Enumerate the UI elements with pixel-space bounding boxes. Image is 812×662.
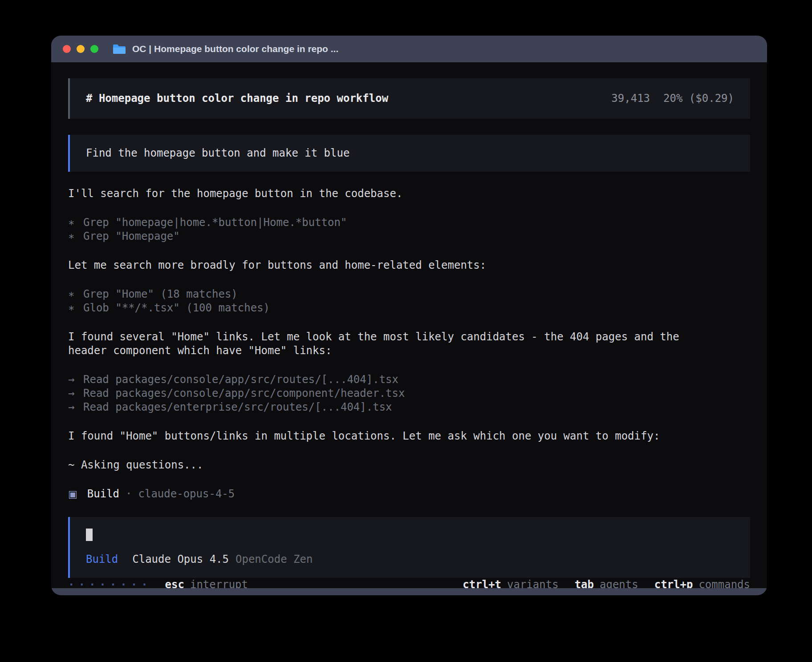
tool-call-text: Read packages/console/app/src/component/…	[83, 387, 405, 400]
ctrl-p-key: ctrl+p	[654, 578, 693, 588]
traffic-lights	[63, 45, 98, 53]
session-stats: 39,413 20% ($0.29)	[611, 92, 734, 105]
esc-key: esc	[165, 578, 184, 588]
shortcut-agents: tab agents	[575, 578, 638, 588]
model-label[interactable]: Claude Opus 4.5	[132, 553, 229, 566]
tool-call-text: Read packages/console/app/src/routes/[..…	[83, 373, 398, 386]
terminal-window: OC | Homepage button color change in rep…	[51, 36, 767, 595]
read-arrow-icon: →	[68, 387, 83, 400]
variants-label: variants	[507, 578, 559, 588]
tool-call-line: →Read packages/enterprise/src/routes/[..…	[68, 400, 750, 414]
agent-square-icon: ▣	[68, 487, 77, 501]
assistant-paragraph: I found several "Home" links. Let me loo…	[68, 330, 700, 358]
read-arrow-icon: →	[68, 373, 83, 387]
user-message: Find the homepage button and make it blu…	[68, 135, 750, 172]
agent-status-line: ▣ Build · claude-opus-4-5	[68, 487, 750, 501]
tab-key: tab	[575, 578, 594, 588]
window-titlebar[interactable]: OC | Homepage button color change in rep…	[51, 36, 767, 62]
tool-call-line: →Read packages/console/app/src/component…	[68, 387, 750, 400]
tool-call-line: ∗Grep "homepage|home.*button|Home.*butto…	[68, 216, 750, 230]
zoom-button[interactable]	[90, 45, 98, 53]
spinner-dots-icon: ········	[68, 578, 152, 588]
provider-label: OpenCode Zen	[235, 553, 313, 566]
esc-label: interrupt	[190, 578, 248, 588]
read-arrow-icon: →	[68, 400, 83, 414]
assistant-paragraph: Let me search more broadly for buttons a…	[68, 258, 700, 272]
agent-model: claude-opus-4-5	[138, 487, 235, 501]
grep-tool-icon: ∗	[68, 216, 83, 230]
token-count: 39,413	[611, 92, 650, 105]
shortcut-group: ctrl+t variants tab agents ctrl+p comman…	[463, 578, 750, 588]
tool-call-line: ∗Grep "Homepage"	[68, 230, 750, 243]
shortcut-commands: ctrl+p commands	[654, 578, 750, 588]
shortcut-variants: ctrl+t variants	[463, 578, 558, 588]
agent-separator: ·	[126, 487, 132, 501]
session-header: # Homepage button color change in repo w…	[68, 78, 750, 119]
tool-call-text: Read packages/enterprise/src/routes/[...…	[83, 401, 392, 413]
status-bar: ········ esc interrupt ctrl+t variants t…	[68, 578, 750, 588]
ctrl-t-key: ctrl+t	[463, 578, 501, 588]
agents-label: agents	[600, 578, 638, 588]
minimize-button[interactable]	[77, 45, 85, 53]
prompt-input[interactable]: Build Claude Opus 4.5 OpenCode Zen	[68, 517, 750, 578]
commands-label: commands	[698, 578, 750, 588]
window-title: OC | Homepage button color change in rep…	[132, 44, 338, 54]
close-button[interactable]	[63, 45, 71, 53]
tool-call-line: ∗Grep "Home" (18 matches)	[68, 287, 750, 301]
input-meta-row: Build Claude Opus 4.5 OpenCode Zen	[86, 553, 734, 566]
tool-call-text: Grep "Home" (18 matches)	[83, 288, 238, 300]
user-message-text: Find the homepage button and make it blu…	[86, 147, 349, 159]
folder-icon	[113, 44, 126, 54]
context-cost: 20% ($0.29)	[663, 92, 734, 105]
tool-call-text: Grep "Homepage"	[83, 230, 180, 242]
shortcut-interrupt: esc interrupt	[165, 578, 248, 588]
assistant-transcript: I'll search for the homepage button in t…	[68, 172, 750, 501]
grep-tool-icon: ∗	[68, 230, 83, 243]
tool-call-line: →Read packages/console/app/src/routes/[.…	[68, 373, 750, 387]
assistant-paragraph: I found "Home" buttons/links in multiple…	[68, 429, 700, 443]
terminal-content: # Homepage button color change in repo w…	[51, 62, 767, 588]
session-title: # Homepage button color change in repo w…	[86, 92, 388, 105]
assistant-status-text: ~ Asking questions...	[68, 458, 700, 472]
window-bottom-edge	[51, 588, 767, 595]
tool-call-line: ∗Glob "**/*.tsx" (100 matches)	[68, 301, 750, 315]
grep-tool-icon: ∗	[68, 287, 83, 301]
text-cursor	[86, 529, 93, 541]
assistant-paragraph: I'll search for the homepage button in t…	[68, 187, 700, 201]
mode-label[interactable]: Build	[86, 553, 118, 566]
tool-call-text: Glob "**/*.tsx" (100 matches)	[83, 302, 270, 314]
agent-name: Build	[87, 487, 119, 501]
glob-tool-icon: ∗	[68, 301, 83, 315]
tool-call-text: Grep "homepage|home.*button|Home.*button…	[83, 216, 347, 229]
